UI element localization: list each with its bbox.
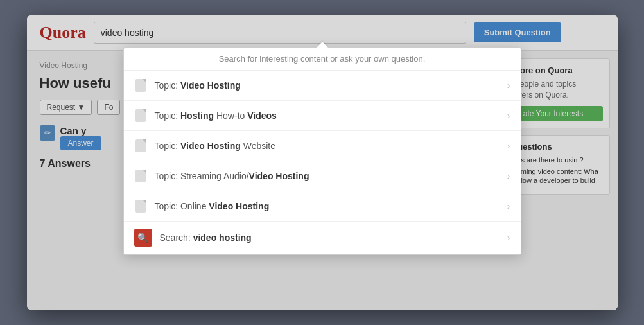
- topic-icon-4: [134, 168, 147, 184]
- dropdown-arrow: [317, 42, 328, 48]
- topic-item-2-text: Topic: Hosting How-to Videos: [155, 110, 502, 121]
- chevron-icon-search: ›: [507, 233, 510, 243]
- chevron-icon-4: ›: [507, 171, 510, 181]
- topic-icon-2: [134, 108, 147, 123]
- chevron-icon-5: ›: [507, 201, 510, 211]
- topic-item-4[interactable]: Topic: Streaming Audio/Video Hosting ›: [124, 161, 521, 191]
- search-icon-glyph: 🔍: [137, 233, 148, 243]
- topic-item-4-text: Topic: Streaming Audio/Video Hosting: [155, 171, 502, 181]
- topic-item-5[interactable]: Topic: Online Video Hosting ›: [124, 191, 521, 222]
- topic-icon-5: [134, 198, 147, 214]
- topic-icon-1: [134, 78, 147, 93]
- search-dropdown: Search for interesting content or ask yo…: [123, 47, 521, 255]
- search-item-text: Search: video hosting: [160, 233, 502, 243]
- topic-item-1-text: Topic: Video Hosting: [155, 80, 502, 91]
- chevron-icon-1: ›: [507, 80, 510, 91]
- topic-item-5-text: Topic: Online Video Hosting: [155, 201, 502, 211]
- chevron-icon-3: ›: [507, 141, 510, 151]
- search-item[interactable]: 🔍 Search: video hosting ›: [124, 222, 521, 254]
- topic-item-2[interactable]: Topic: Hosting How-to Videos ›: [124, 101, 521, 131]
- search-icon: 🔍: [134, 229, 152, 247]
- topic-icon-3: [134, 138, 147, 154]
- dropdown-hint: Search for interesting content or ask yo…: [124, 48, 521, 71]
- topic-item-3[interactable]: Topic: Video Hosting Website ›: [124, 131, 521, 161]
- chevron-icon-2: ›: [507, 110, 510, 121]
- topic-item-3-text: Topic: Video Hosting Website: [155, 141, 502, 151]
- screenshot-wrapper: Quora Submit Question Video Hosting How …: [27, 15, 618, 310]
- topic-item-1[interactable]: Topic: Video Hosting ›: [124, 71, 521, 101]
